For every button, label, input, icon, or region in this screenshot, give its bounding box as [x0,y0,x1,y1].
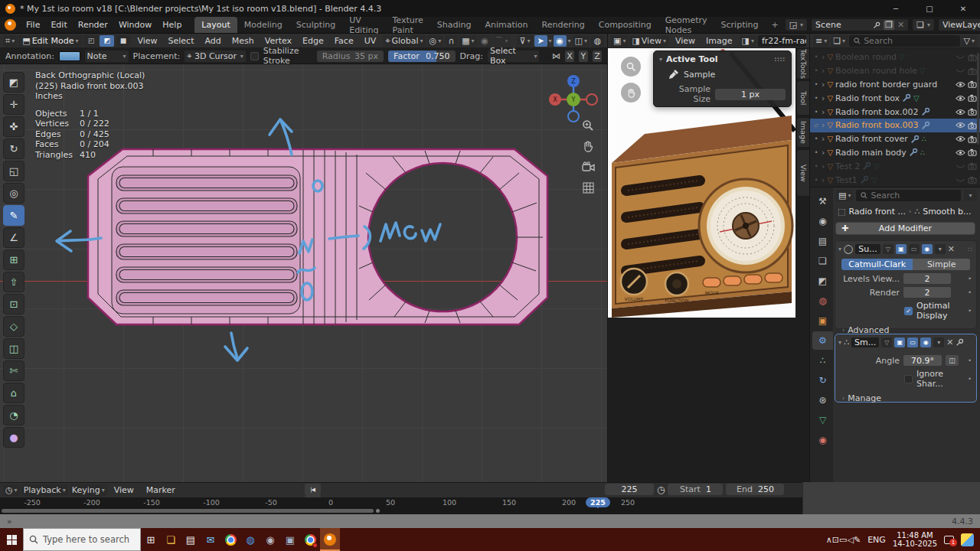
shading-solid-button[interactable]: ◍ [591,35,604,47]
menu-item[interactable]: Edit [45,17,72,33]
workspace-tab[interactable]: UV Editing [342,17,385,33]
timeline-marker-menu[interactable]: Marker [141,485,181,495]
edit-mode-toggle[interactable]: ▽ [883,244,893,254]
playback-menu[interactable]: Playback ▾ [21,484,68,496]
placement-select[interactable]: ⌖ 3D Cursor▾ [185,51,245,62]
task-view-icon[interactable]: ⊞ [141,528,161,551]
expand-chevron-icon[interactable]: › [822,134,825,144]
vertex-select-button[interactable]: ◰ [83,35,98,47]
mirror-x-button[interactable]: X [565,51,574,62]
hidden-eye-icon[interactable] [956,67,965,74]
modifier-name-field[interactable]: Su... [855,244,880,254]
workspace-tab[interactable]: Animation [478,17,534,33]
outliner-row[interactable]: • › ▽ Test 2 ▽ ∴ [810,159,980,173]
ignore-sharpness-checkbox[interactable] [904,375,913,383]
gizmos-toggle-button[interactable]: ➤ [534,35,547,47]
viewport-toggle[interactable]: ▭ [909,244,920,254]
proportional-falloff-button[interactable]: ⌒ ▾ [493,35,511,47]
hidden-eye-icon[interactable] [956,54,965,60]
image-display-mode[interactable]: ◨ View ▾ [629,35,668,47]
widgets-icon[interactable] [961,533,974,546]
viewport-toggle[interactable]: ▭ [907,337,918,347]
object-name[interactable]: Radio main body [835,148,906,158]
pin-icon[interactable] [873,21,880,29]
sidebar-tab[interactable]: TexTools [796,48,809,80]
outliner-row[interactable]: • › ▽ Radio front cover ▽ ∴ [810,132,980,146]
search-app-icon[interactable]: ◍ [240,528,260,551]
tab-particles[interactable]: ∴ [812,351,833,370]
stopwatch-icon[interactable]: ◷ [657,484,665,495]
animate-dot[interactable]: • [968,289,972,296]
outliner-row[interactable]: • › ▽ Radio front box.002 ▽ ∴ [810,105,980,119]
current-frame-field[interactable]: 225 [605,484,654,495]
xray-toggle-button[interactable]: ◫ ▾ [573,35,590,47]
expand-chevron-icon[interactable]: › [822,161,825,171]
maximize-button[interactable]: □ [913,0,946,17]
mail-icon[interactable]: ✉ [201,528,220,551]
outliner-row[interactable]: • › ▽ Radio main body ▽ ∴ [810,146,980,160]
sample-size-field[interactable]: 1 px [715,89,786,100]
image-menu-item[interactable]: Image [701,34,737,47]
outliner-row[interactable]: • › ▽ Test1 ▽ ∴ [810,173,980,187]
tool-spin[interactable]: ◔ [3,405,24,425]
workspace-tab[interactable]: Texture Paint [386,17,430,33]
camera-visibility-icon[interactable] [968,148,977,156]
outliner-scrollbar[interactable] [977,53,979,145]
expand-chevron-icon[interactable]: › [822,148,825,158]
tool-poly-build[interactable]: ⌂ [3,383,24,403]
tool-measure[interactable]: ∠ [3,227,24,248]
modifier-extras-button[interactable]: ▾ [935,244,946,254]
outliner-display-button[interactable]: ❏ ▾ [831,35,848,47]
viewlayer-selector[interactable]: ViewLayer ❐ ✕ [938,18,980,31]
expand-chevron-icon[interactable]: › [822,107,825,117]
pin-icon[interactable] [956,338,964,347]
tab-tool[interactable]: ⚒ [812,192,833,210]
action-center-icon[interactable]: 1 [944,536,954,544]
edit-mode-toggle[interactable]: ▽ [881,337,892,347]
properties-options-button[interactable]: ▾ [964,190,977,201]
object-name[interactable]: Radio front cover [835,134,908,144]
language-indicator[interactable]: ENG [867,535,886,545]
mirror-y-button[interactable]: Y [579,51,588,62]
tool-knife[interactable]: ✄ [3,360,24,381]
factor-slider[interactable]: Factor0.750 [388,51,455,62]
image-pan-hand-icon[interactable] [621,83,641,103]
workspace-tab[interactable]: Scripting [714,17,766,33]
workspace-tab[interactable]: Shading [430,17,479,33]
object-name[interactable]: Radio front box.002 [835,107,918,117]
viewport-3d[interactable]: Back Orthographic (Local) (225) Radio fr… [0,64,607,482]
tool-annotate[interactable]: ✎ [3,205,24,226]
viewport-menu-item[interactable]: UV [359,34,382,47]
stabilize-stroke-checkbox[interactable] [250,52,259,60]
expand-chevron-icon[interactable]: › [822,66,825,76]
hide-eye-icon[interactable] [956,81,965,88]
tab-view-layer[interactable]: ❏ [812,252,833,270]
timeline-ruler[interactable]: -250-200-150-100-50050100150200250 225 [0,497,802,508]
modifier-collapse-icon[interactable]: ▾ [838,246,841,253]
pivot-point-button[interactable]: ◎ ▾ [427,35,444,47]
modifier-extras-button[interactable]: ▾ [933,337,944,347]
image-editor-type-button[interactable]: ▣ ▾ [611,35,628,47]
object-name[interactable]: radio front border guard [835,80,937,90]
image-browse-button[interactable]: ◨ ▾ [740,35,756,47]
pan-hand-icon[interactable] [580,139,596,154]
proportional-edit-button[interactable]: ◉ [479,35,492,47]
face-select-button[interactable]: ■ [116,35,130,47]
realtime-toggle[interactable]: ▣ [894,337,905,347]
clock[interactable]: 11:48 AM14-10-2025 [893,531,937,548]
game-app-icon[interactable]: ◉ [260,528,280,551]
tab-constraints[interactable]: ⊛ [812,391,833,409]
camera-visibility-icon[interactable] [968,135,977,143]
modifier-grip-icon[interactable]: ∷ [968,246,973,253]
tray-network-icon[interactable]: ▭ [839,535,847,545]
workspace-tab[interactable]: Sculpting [289,17,342,33]
workspace-tab[interactable]: Modeling [237,17,289,33]
scene-type-icon[interactable]: ◲ ▾ [785,18,808,31]
workspace-tab[interactable]: Geometry Nodes [658,17,714,33]
camera-visibility-icon[interactable] [968,122,977,129]
tool-bevel[interactable]: ◇ [3,316,24,337]
new-scene-icon[interactable]: ❐ [884,20,894,30]
tab-render[interactable]: ◉ [812,212,833,230]
drag-select[interactable]: Select Box▾ [488,51,539,62]
add-workspace-button[interactable]: + [765,20,784,30]
